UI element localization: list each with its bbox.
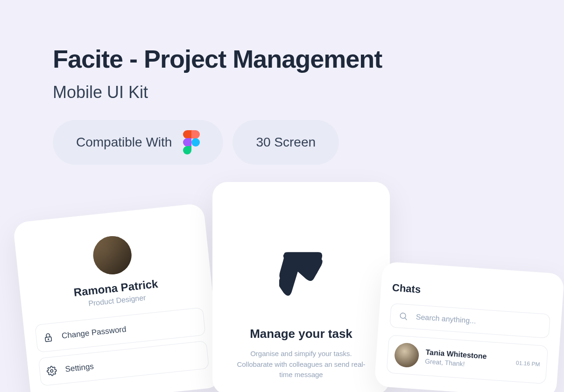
chat-time: 01.16 PM: [516, 359, 540, 368]
phone-onboarding: Manage your task Organise and simpify yo…: [212, 182, 390, 392]
avatar: [394, 342, 420, 368]
search-input[interactable]: Search anything...: [389, 303, 550, 338]
search-icon: [398, 311, 409, 322]
svg-line-4: [405, 318, 407, 320]
page-subtitle: Mobile UI Kit: [53, 83, 564, 102]
compatible-label: Compatible With: [76, 135, 172, 150]
gear-icon: [46, 365, 57, 377]
onboard-title: Manage your task: [224, 327, 379, 341]
lock-icon: [42, 332, 54, 343]
screens-label: 30 Screen: [256, 135, 316, 150]
page-title: Facite - Project Management: [53, 44, 564, 73]
chats-title: Chats: [392, 282, 552, 305]
app-logo-icon: [279, 252, 324, 299]
menu-label: Change Password: [61, 325, 127, 341]
onboard-desc: Organise and simpify your tasks. Colloba…: [224, 349, 379, 380]
figma-icon: [183, 130, 200, 154]
svg-point-2: [50, 370, 53, 372]
screens-pill: 30 Screen: [233, 120, 339, 165]
phone-profile: Ramona Patrick Product Designer Change P…: [13, 203, 222, 392]
avatar: [92, 234, 134, 276]
menu-label: Settings: [65, 362, 94, 374]
search-placeholder: Search anything...: [416, 313, 476, 325]
phone-chats: Chats Search anything... Tania Whiteston…: [374, 261, 564, 392]
svg-rect-0: [45, 337, 52, 342]
svg-point-1: [48, 339, 49, 340]
chat-list-item[interactable]: Tania Whitestone Great, Thank! 01.16 PM: [386, 335, 548, 384]
compatible-pill: Compatible With: [53, 120, 223, 165]
